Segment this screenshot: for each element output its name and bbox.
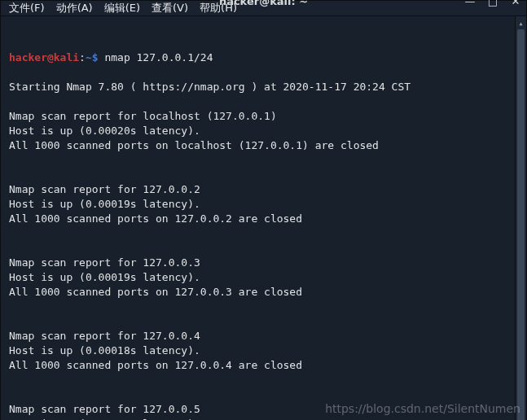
- window-controls: — □ ✕: [463, 0, 523, 8]
- menu-file[interactable]: 文件(F): [9, 1, 45, 15]
- command-text: nmap 127.0.0.1/24: [104, 51, 213, 63]
- scan-report-line: Nmap scan report for 127.0.0.4: [9, 329, 508, 343]
- prompt-line: hacker@kali:~$ nmap 127.0.0.1/24: [9, 50, 508, 65]
- menu-view[interactable]: 查看(V): [152, 1, 188, 15]
- ports-line: All 1000 scanned ports on localhost (127…: [9, 138, 508, 153]
- scan-report-line: Nmap scan report for localhost (127.0.0.…: [9, 109, 508, 124]
- host-block: Nmap scan report for localhost (127.0.0.…: [9, 109, 508, 153]
- prompt-sep: :: [79, 51, 86, 63]
- menu-actions[interactable]: 动作(A): [56, 1, 93, 15]
- menu-edit[interactable]: 编辑(E): [104, 1, 140, 15]
- host-block: Nmap scan report for 127.0.0.2Host is up…: [9, 182, 508, 226]
- terminal-area: hacker@kali:~$ nmap 127.0.0.1/24 Startin…: [1, 16, 526, 420]
- ports-line: All 1000 scanned ports on 127.0.0.4 are …: [9, 358, 508, 373]
- scan-report-line: Nmap scan report for 127.0.0.5: [9, 402, 508, 417]
- terminal-output[interactable]: hacker@kali:~$ nmap 127.0.0.1/24 Startin…: [1, 16, 515, 420]
- host-block: Nmap scan report for 127.0.0.3Host is up…: [9, 256, 508, 300]
- ports-line: All 1000 scanned ports on 127.0.0.3 are …: [9, 285, 508, 300]
- close-icon: ✕: [512, 0, 520, 7]
- terminal-window: hacker@kali: ~ — □ ✕ 文件(F) 动作(A) 编辑(E) 查…: [0, 0, 527, 420]
- minimize-icon: —: [465, 0, 476, 7]
- host-up-line: Host is up (0.00019s latency).: [9, 197, 508, 212]
- host-up-line: Host is up (0.00019s latency).: [9, 270, 508, 285]
- maximize-button[interactable]: □: [485, 0, 500, 8]
- intro-line: Starting Nmap 7.80 ( https://nmap.org ) …: [9, 80, 508, 94]
- prompt-user: hacker@kali: [9, 51, 79, 63]
- prompt-sigil: $: [92, 51, 99, 63]
- maximize-icon: □: [488, 0, 498, 7]
- host-block: Nmap scan report for 127.0.0.5Host is up…: [9, 402, 508, 420]
- host-block: Nmap scan report for 127.0.0.4Host is up…: [9, 329, 508, 373]
- scroll-up-icon[interactable]: ▴: [516, 16, 526, 29]
- scan-report-line: Nmap scan report for 127.0.0.3: [9, 256, 508, 270]
- close-button[interactable]: ✕: [508, 0, 523, 8]
- scrollbar-thumb[interactable]: [517, 29, 525, 420]
- scrollbar[interactable]: ▴ ▾: [515, 16, 526, 420]
- host-up-line: Host is up (0.00018s latency).: [9, 343, 508, 358]
- prompt-path: ~: [86, 51, 92, 63]
- window-title: hacker@kali: ~: [219, 0, 308, 7]
- minimize-button[interactable]: —: [463, 0, 477, 8]
- ports-line: All 1000 scanned ports on 127.0.0.2 are …: [9, 212, 508, 226]
- host-up-line: Host is up (0.00018s latency).: [9, 417, 508, 420]
- scan-report-line: Nmap scan report for 127.0.0.2: [9, 182, 508, 197]
- scrollbar-track[interactable]: [516, 29, 526, 420]
- host-up-line: Host is up (0.00020s latency).: [9, 124, 508, 138]
